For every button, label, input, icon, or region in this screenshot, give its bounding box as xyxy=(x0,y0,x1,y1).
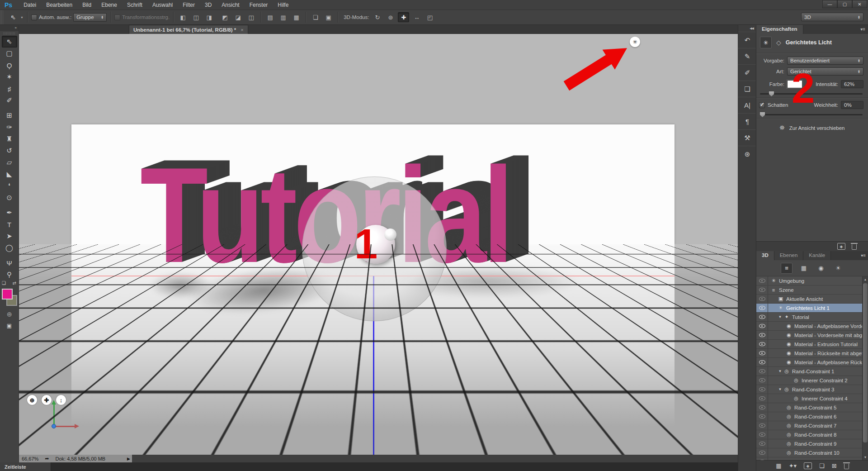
menu-item-fenster[interactable]: Fenster xyxy=(245,0,273,10)
visibility-eye-icon[interactable] xyxy=(759,369,765,373)
visibility-eye-icon[interactable] xyxy=(759,324,765,328)
align-center-h-icon[interactable]: ◫ xyxy=(190,12,202,22)
distribute-right-icon[interactable]: ▦ xyxy=(291,12,302,22)
foreground-color-swatch[interactable] xyxy=(2,289,13,300)
screen-mode-button[interactable]: ▣ xyxy=(2,320,17,332)
expander-icon[interactable]: ▼ xyxy=(777,369,783,373)
menu-item-auswahl[interactable]: Auswahl xyxy=(147,0,178,10)
light-type-icon[interactable]: ✳ xyxy=(760,37,772,48)
healing-brush-tool[interactable]: ⊞ xyxy=(2,109,17,121)
softness-slider-thumb[interactable] xyxy=(760,112,765,117)
quick-mask-button[interactable]: ◎ xyxy=(2,308,17,320)
scene-tree-row[interactable]: ◉Material - Vorderseite mit abgef... xyxy=(756,331,863,340)
directional-light-icon[interactable]: ✳ xyxy=(630,37,640,47)
visibility-eye-icon[interactable] xyxy=(759,414,765,419)
shadow-checkbox[interactable] xyxy=(759,102,765,108)
scene-tree-row[interactable]: ◉Material - Aufgeblasene Vorders... xyxy=(756,322,863,331)
scene-tree-row[interactable]: ▼◎Rand-Constraint 1 xyxy=(756,367,863,376)
tab-ebenen[interactable]: Ebenen xyxy=(774,251,804,260)
visibility-cell[interactable] xyxy=(756,331,768,339)
options-grip[interactable] xyxy=(0,10,4,24)
visibility-cell[interactable] xyxy=(756,358,768,366)
history-brush-tool[interactable]: ↺ xyxy=(2,145,17,157)
light-widget-handle[interactable] xyxy=(384,228,396,241)
visibility-eye-icon[interactable] xyxy=(759,360,765,364)
visibility-cell[interactable] xyxy=(756,340,768,348)
scene-tree-row[interactable]: ◎Rand-Constraint 6 xyxy=(756,412,863,421)
auto-select-target-dropdown[interactable]: Gruppe ▲▼ xyxy=(73,13,107,22)
align-middle-icon[interactable]: ◪ xyxy=(232,12,244,22)
visibility-eye-icon[interactable] xyxy=(759,423,765,428)
softness-value-box[interactable]: 0% xyxy=(841,101,863,109)
pen-tool[interactable]: ✒ xyxy=(2,207,17,219)
visibility-eye-icon[interactable] xyxy=(759,433,765,437)
visibility-cell[interactable] xyxy=(756,367,768,376)
toggle-ground-icon[interactable]: ◈ xyxy=(837,243,845,250)
magic-wand-tool[interactable]: ✶ xyxy=(2,71,17,83)
distribute-center-icon[interactable]: ▥ xyxy=(278,12,289,22)
brush-tool[interactable]: ✑ xyxy=(2,121,17,133)
align-right-icon[interactable]: ◨ xyxy=(203,12,215,22)
eyedropper-tool[interactable]: ✐ xyxy=(2,95,17,106)
move-tool[interactable]: ⇖ xyxy=(2,36,17,48)
clone-source-panel-icon[interactable]: ❏ xyxy=(738,81,756,97)
brush-presets-panel-icon[interactable]: ✎ xyxy=(738,48,756,64)
visibility-cell[interactable] xyxy=(756,412,768,421)
visibility-eye-icon[interactable] xyxy=(759,315,765,319)
scene-tree-row[interactable]: ◎Rand-Constraint 7 xyxy=(756,421,863,430)
visibility-cell[interactable] xyxy=(756,349,768,357)
layout-icon[interactable]: ▣ xyxy=(323,12,334,22)
visibility-cell[interactable] xyxy=(756,394,768,403)
visibility-eye-icon[interactable] xyxy=(759,288,765,292)
expander-icon[interactable]: ▼ xyxy=(777,315,783,319)
filter-materials-icon[interactable]: ◉ xyxy=(815,263,827,274)
transform-controls-checkbox[interactable] xyxy=(114,14,120,20)
menu-item-datei[interactable]: Datei xyxy=(19,0,41,10)
visibility-eye-icon[interactable] xyxy=(759,351,765,355)
restore-button[interactable]: ▢ xyxy=(837,0,852,8)
align-bottom-icon[interactable]: ◫ xyxy=(245,12,257,22)
filter-meshes-icon[interactable]: ▦ xyxy=(798,263,810,274)
paragraph-panel-icon[interactable]: ¶ xyxy=(738,113,756,129)
scene-tree-row[interactable]: ◎Rand-Constraint 10 xyxy=(756,448,863,457)
visibility-cell[interactable] xyxy=(756,376,768,385)
menu-item-bild[interactable]: Bild xyxy=(77,0,96,10)
scene-tree-row[interactable]: ✳Umgebung xyxy=(756,276,863,285)
delete-instance-icon[interactable]: ⊠ xyxy=(832,462,837,469)
scene-tree-row[interactable]: ◉Material - Aufgeblasene Rücksei... xyxy=(756,358,863,367)
menu-item-ebene[interactable]: Ebene xyxy=(96,0,122,10)
menu-item-3d[interactable]: 3D xyxy=(200,0,217,10)
visibility-eye-icon[interactable] xyxy=(759,306,765,310)
scene-tree-row[interactable]: ◎Innerer Constraint 4 xyxy=(756,394,863,403)
delete-light-icon[interactable] xyxy=(852,244,857,250)
distribute-left-icon[interactable]: ▤ xyxy=(264,12,276,22)
visibility-cell[interactable] xyxy=(756,448,768,457)
visibility-cell[interactable] xyxy=(756,385,768,394)
toolbar-grip[interactable] xyxy=(4,32,15,35)
zoom-tool[interactable]: ⚲ xyxy=(2,269,17,281)
scene-tree-row[interactable]: ◎Rand-Constraint 8 xyxy=(756,430,863,439)
path-select-tool[interactable]: ➤ xyxy=(2,230,17,242)
scene-tree-row[interactable]: ≡Szene xyxy=(756,285,863,295)
move-tool-icon[interactable]: ⇖ xyxy=(7,12,19,22)
intensity-value-box[interactable]: 62% xyxy=(841,80,863,88)
visibility-cell[interactable] xyxy=(756,285,768,294)
visibility-eye-icon[interactable] xyxy=(759,333,765,337)
scroll-up-icon[interactable]: ▲ xyxy=(863,276,868,282)
visibility-eye-icon[interactable] xyxy=(759,387,765,391)
paint-bucket-tool[interactable]: ◣ xyxy=(2,168,17,180)
panel-menu-icon[interactable]: ▾≡ xyxy=(861,253,866,258)
visibility-cell[interactable] xyxy=(756,421,768,430)
trash-icon[interactable] xyxy=(844,464,849,469)
softness-slider[interactable] xyxy=(760,114,863,115)
default-colors-icon[interactable]: ❏ xyxy=(2,281,6,285)
ground-plane-icon[interactable]: ◈ xyxy=(804,462,812,469)
status-options-icon[interactable]: ▶ xyxy=(127,457,130,461)
intensity-slider-thumb[interactable] xyxy=(769,91,774,96)
scroll-down-icon[interactable]: ▼ xyxy=(863,454,868,460)
auto-select-checkbox[interactable] xyxy=(31,14,37,20)
document-tab[interactable]: Unbenannt-1 bei 66,7% (Tutorial, RGB/8) … xyxy=(129,25,248,34)
tab-kanaele[interactable]: Kanäle xyxy=(803,251,831,260)
tab-zeitleiste[interactable]: Zeitleiste xyxy=(0,462,51,471)
clone-stamp-tool[interactable]: ♜ xyxy=(2,133,17,145)
